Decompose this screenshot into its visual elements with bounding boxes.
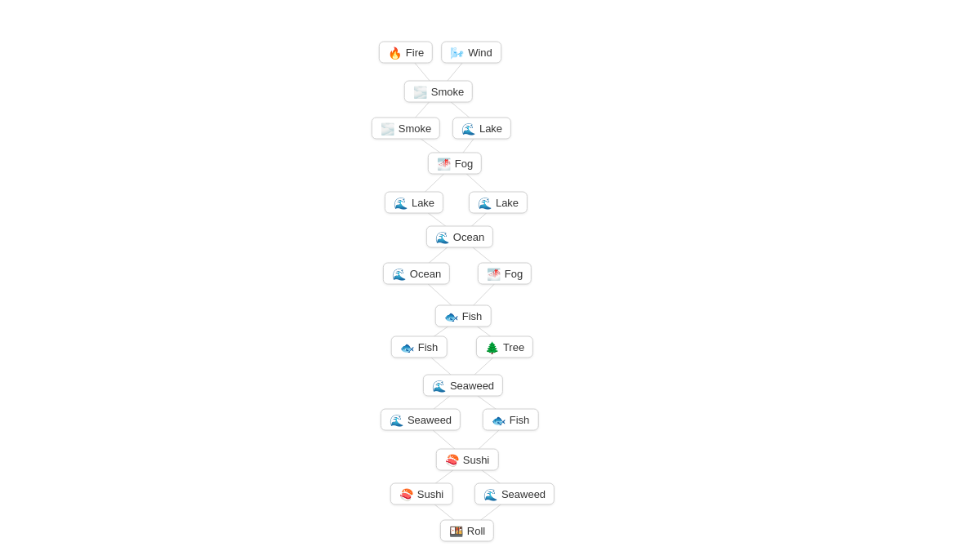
node-icon-lake2: 🌊 <box>394 197 408 208</box>
node-icon-wind: 🌬️ <box>450 47 464 58</box>
node-lake1[interactable]: 🌊Lake <box>452 118 511 140</box>
node-fish1[interactable]: 🐟Fish <box>435 305 492 327</box>
node-ocean2[interactable]: 🌊Ocean <box>383 263 450 285</box>
node-lake3[interactable]: 🌊Lake <box>469 192 528 214</box>
node-seaweed3[interactable]: 🌊Seaweed <box>474 483 555 505</box>
node-label-roll1: Roll <box>467 525 485 537</box>
node-icon-fog2: 🌁 <box>487 268 501 279</box>
node-icon-seaweed2: 🌊 <box>390 414 403 425</box>
node-label-tree1: Tree <box>503 341 524 353</box>
node-label-lake1: Lake <box>479 122 502 135</box>
node-seaweed2[interactable]: 🌊Seaweed <box>381 409 461 431</box>
node-icon-ocean1: 🌊 <box>435 231 449 242</box>
node-sushi1[interactable]: 🍣Sushi <box>436 449 499 471</box>
node-icon-roll1: 🍱 <box>449 525 463 536</box>
node-label-smoke1: Smoke <box>431 86 464 98</box>
node-label-seaweed2: Seaweed <box>408 414 452 426</box>
node-icon-smoke1: 🌫️ <box>413 86 427 97</box>
node-label-lake2: Lake <box>412 197 434 209</box>
node-icon-fish2: 🐟 <box>400 341 414 353</box>
node-label-sushi1: Sushi <box>463 454 490 466</box>
node-tree1[interactable]: 🌲Tree <box>476 336 533 358</box>
node-smoke1[interactable]: 🌫️Smoke <box>404 81 473 103</box>
node-fog2[interactable]: 🌁Fog <box>478 263 532 285</box>
node-label-fog2: Fog <box>505 268 523 280</box>
node-fish3[interactable]: 🐟Fish <box>483 409 539 431</box>
node-icon-tree1: 🌲 <box>485 341 499 353</box>
node-sushi2[interactable]: 🍣Sushi <box>390 483 453 505</box>
node-label-smoke2: Smoke <box>399 122 431 135</box>
graph-canvas: 🔥Fire🌬️Wind🌫️Smoke🌫️Smoke🌊Lake🌁Fog🌊Lake🌊… <box>0 0 980 551</box>
node-icon-seaweed1: 🌊 <box>432 380 446 391</box>
node-label-ocean2: Ocean <box>410 268 441 280</box>
node-label-lake3: Lake <box>496 197 519 209</box>
node-roll1[interactable]: 🍱Roll <box>440 520 494 542</box>
node-lake2[interactable]: 🌊Lake <box>385 192 443 214</box>
node-ocean1[interactable]: 🌊Ocean <box>426 226 493 248</box>
node-icon-fish1: 🐟 <box>444 310 458 322</box>
node-seaweed1[interactable]: 🌊Seaweed <box>423 375 503 397</box>
node-fish2[interactable]: 🐟Fish <box>391 336 448 358</box>
node-icon-sushi2: 🍣 <box>399 488 413 500</box>
node-label-fog1: Fog <box>455 158 473 170</box>
node-icon-smoke2: 🌫️ <box>381 122 394 134</box>
node-label-seaweed1: Seaweed <box>450 380 494 392</box>
node-label-fish1: Fish <box>462 310 483 322</box>
node-icon-lake3: 🌊 <box>478 197 492 208</box>
node-fire[interactable]: 🔥Fire <box>379 42 433 64</box>
node-icon-fog1: 🌁 <box>437 158 451 169</box>
node-label-fish2: Fish <box>418 341 439 353</box>
node-label-ocean1: Ocean <box>453 231 484 243</box>
node-label-seaweed3: Seaweed <box>501 488 546 500</box>
node-icon-lake1: 🌊 <box>461 122 475 134</box>
node-icon-seaweed3: 🌊 <box>483 488 497 500</box>
node-fog1[interactable]: 🌁Fog <box>428 153 482 175</box>
node-label-sushi2: Sushi <box>417 488 444 500</box>
node-icon-sushi1: 🍣 <box>445 454 459 465</box>
node-icon-fire: 🔥 <box>388 47 402 58</box>
node-label-fish3: Fish <box>510 414 530 426</box>
node-smoke2[interactable]: 🌫️Smoke <box>372 118 440 140</box>
node-icon-fish3: 🐟 <box>492 414 506 425</box>
node-icon-ocean2: 🌊 <box>392 268 406 279</box>
node-label-wind: Wind <box>468 47 492 59</box>
node-wind[interactable]: 🌬️Wind <box>441 42 501 64</box>
node-label-fire: Fire <box>406 47 424 59</box>
